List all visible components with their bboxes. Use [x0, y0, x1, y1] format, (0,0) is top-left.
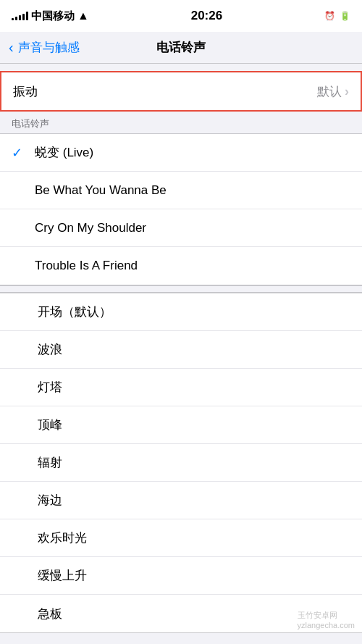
battery-icon: 🔋 [340, 11, 350, 21]
list-item[interactable]: 波浪 [0, 331, 362, 369]
watermark: 玉竹安卓网 yzlangecha.com [298, 610, 355, 630]
tone-label: 辐射 [38, 454, 62, 471]
phone-tone-section-label: 电话铃声 [0, 112, 362, 133]
list-item[interactable]: ✓ 蜕变 (Live) [0, 134, 362, 172]
carrier-label: 中国移动 [31, 9, 75, 23]
vibration-value: 默认 [317, 83, 342, 100]
alarm-icon: ⏰ [324, 11, 335, 21]
checkmark-icon: ✓ [12, 220, 26, 236]
tones-group-2: 开场（默认） 波浪 灯塔 顶峰 辐射 海边 欢乐时光 缓慢上升 急板 [0, 293, 362, 633]
tones-group-1: ✓ 蜕变 (Live) ✓ Be What You Wanna Be ✓ Cry… [0, 133, 362, 285]
tone-label: 急板 [38, 606, 62, 622]
list-item[interactable]: 缓慢上升 [0, 557, 362, 595]
list-item[interactable]: 开场（默认） [0, 293, 362, 331]
list-item[interactable]: 欢乐时光 [0, 519, 362, 557]
back-label: 声音与触感 [18, 39, 80, 56]
tone-label: 开场（默认） [38, 304, 111, 320]
checkmark-icon: ✓ [12, 258, 26, 274]
status-icons: ⏰ 🔋 [324, 11, 350, 21]
tone-label: Cry On My Shoulder [35, 221, 146, 235]
wifi-icon: ▲ [77, 9, 89, 22]
tone-label: 蜕变 (Live) [35, 144, 93, 161]
list-item[interactable]: 灯塔 [0, 369, 362, 406]
watermark-line2: yzlangecha.com [298, 621, 355, 630]
list-item[interactable]: 辐射 [0, 444, 362, 482]
checkmark-icon: ✓ [12, 145, 26, 161]
list-item[interactable]: ✓ Trouble Is A Friend [0, 247, 362, 285]
vibration-chevron-icon: › [345, 84, 349, 99]
checkmark-icon: ✓ [12, 183, 26, 198]
list-item[interactable]: ✓ Be What You Wanna Be [0, 172, 362, 209]
back-chevron-icon: ‹ [9, 39, 14, 56]
nav-title: 电话铃声 [156, 39, 206, 56]
list-item[interactable]: ✓ Cry On My Shoulder [0, 209, 362, 247]
list-item[interactable]: 顶峰 [0, 406, 362, 444]
nav-bar: ‹ 声音与触感 电话铃声 [0, 32, 362, 64]
tone-label: Trouble Is A Friend [35, 259, 138, 273]
tone-label: 波浪 [38, 341, 62, 358]
vibration-section: 振动 默认 › [0, 71, 362, 112]
tone-label: 灯塔 [38, 379, 62, 396]
group-divider [0, 285, 362, 293]
signal-icon [12, 12, 28, 20]
list-item[interactable]: 海边 [0, 482, 362, 519]
status-time: 20:26 [191, 9, 222, 23]
tone-label: 海边 [38, 492, 62, 509]
tone-label: 缓慢上升 [38, 567, 87, 584]
back-button[interactable]: ‹ 声音与触感 [9, 39, 80, 56]
vibration-label: 振动 [13, 83, 38, 100]
vibration-row[interactable]: 振动 默认 › [1, 72, 361, 110]
watermark-line1: 玉竹安卓网 [298, 610, 355, 621]
tone-label: 顶峰 [38, 417, 62, 433]
tone-label: 欢乐时光 [38, 530, 87, 546]
status-bar: 中国移动 ▲ 20:26 ⏰ 🔋 [0, 0, 362, 32]
status-carrier: 中国移动 ▲ [12, 9, 89, 23]
vibration-value-group: 默认 › [317, 83, 349, 100]
tone-label: Be What You Wanna Be [35, 183, 167, 198]
